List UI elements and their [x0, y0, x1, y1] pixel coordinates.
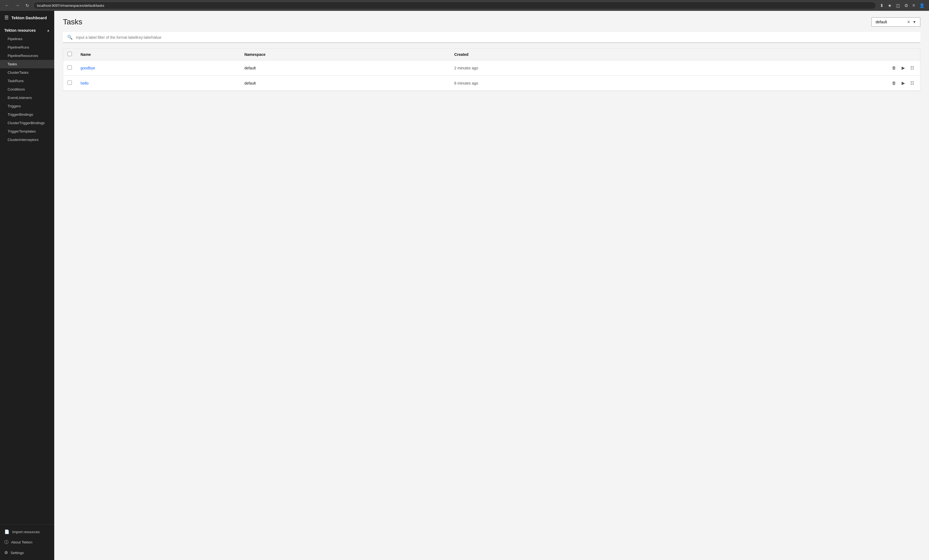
app-container: ☰ Tekton Dashboard Tekton resources ▲ Pi…	[0, 11, 929, 560]
namespace-value: default	[875, 20, 887, 24]
sidebar-item-eventlisteners[interactable]: EventListeners	[0, 93, 54, 102]
sidebar-item-clustertriggerbindings[interactable]: ClusterTriggerBindings	[0, 119, 54, 127]
yaml-button[interactable]: ☷	[909, 80, 916, 87]
sidebar: ☰ Tekton Dashboard Tekton resources ▲ Pi…	[0, 11, 54, 560]
star-icon[interactable]: ★	[887, 2, 893, 9]
info-icon: ⓘ	[5, 540, 8, 545]
extensions-icon[interactable]: ◫	[895, 2, 901, 9]
namespace-actions: ✕ ▼	[907, 20, 916, 24]
back-button[interactable]: ←	[3, 2, 11, 9]
search-input[interactable]	[76, 35, 916, 40]
task-link[interactable]: goodbye	[81, 66, 95, 70]
row-name: hello	[76, 76, 240, 91]
row-namespace: default	[240, 76, 450, 91]
page-header: Tasks default ✕ ▼	[54, 11, 929, 32]
row-checkbox-cell	[63, 76, 76, 91]
sidebar-item-pipelineruns[interactable]: PipelineRuns	[0, 43, 54, 52]
row-actions-cell: 🗑 ▶ ☷	[679, 60, 920, 76]
about-tekton-item[interactable]: ⓘ About Tekton	[0, 537, 54, 548]
select-all-checkbox[interactable]	[67, 52, 72, 56]
namespace-clear-icon[interactable]: ✕	[907, 20, 910, 24]
row-checkbox[interactable]	[67, 81, 72, 85]
run-button[interactable]: ▶	[900, 80, 906, 87]
row-actions: 🗑 ▶ ☷	[684, 80, 916, 87]
yaml-button[interactable]: ☷	[909, 64, 916, 72]
profile-icon[interactable]: 👤	[918, 2, 926, 9]
url-bar[interactable]: localhost:9097/#/namespaces/default/task…	[33, 2, 876, 9]
table-row: hello default 6 minutes ago 🗑 ▶ ☷	[63, 76, 920, 91]
table-header-row: Name Namespace Created	[63, 49, 920, 60]
page-title: Tasks	[63, 18, 83, 26]
delete-button[interactable]: 🗑	[890, 64, 898, 72]
sidebar-item-clustertasks[interactable]: ClusterTasks	[0, 68, 54, 77]
sidebar-item-pipelineresources[interactable]: PipelineResources	[0, 52, 54, 60]
section-label: Tekton resources	[5, 28, 36, 32]
delete-button[interactable]: 🗑	[890, 80, 898, 87]
row-created: 2 minutes ago	[450, 60, 679, 76]
url-text: localhost:9097/#/namespaces/default/task…	[37, 3, 104, 8]
row-name: goodbye	[76, 60, 240, 76]
row-checkbox-cell	[63, 60, 76, 76]
sidebar-bottom: 📄 Import resources ⓘ About Tekton ⚙ Sett…	[0, 524, 54, 560]
search-bar: 🔍	[63, 32, 920, 43]
sidebar-title: Tekton Dashboard	[11, 15, 47, 20]
import-icon: 📄	[5, 529, 9, 534]
sidebar-item-taskruns[interactable]: TaskRuns	[0, 77, 54, 85]
namespace-selector[interactable]: default ✕ ▼	[872, 17, 920, 26]
sidebar-item-conditions[interactable]: Conditions	[0, 85, 54, 93]
sidebar-item-triggertemplates[interactable]: TriggerTemplates	[0, 127, 54, 136]
row-created: 6 minutes ago	[450, 76, 679, 91]
share-icon[interactable]: ⬍	[879, 2, 885, 9]
col-actions	[679, 49, 920, 60]
row-actions: 🗑 ▶ ☷	[684, 64, 916, 72]
sidebar-item-clusterinterceptors[interactable]: ClusterInterceptors	[0, 136, 54, 144]
sidebar-item-pipelines[interactable]: Pipelines	[0, 35, 54, 43]
sidebar-section-header[interactable]: Tekton resources ▲	[0, 26, 54, 35]
hamburger-icon[interactable]: ☰	[5, 15, 9, 21]
row-actions-cell: 🗑 ▶ ☷	[679, 76, 920, 91]
tasks-table: Name Namespace Created goodbye default 2…	[63, 48, 920, 91]
settings-icon: ⚙	[5, 550, 8, 555]
settings-item[interactable]: ⚙ Settings	[0, 548, 54, 558]
menu-icon[interactable]: ≡	[911, 2, 916, 9]
sidebar-item-tasks[interactable]: Tasks	[0, 60, 54, 68]
browser-actions: ⬍ ★ ◫ ⚙ ≡ 👤	[879, 2, 926, 9]
namespace-chevron-icon[interactable]: ▼	[912, 20, 916, 24]
row-namespace: default	[240, 60, 450, 76]
search-icon: 🔍	[67, 35, 73, 40]
row-checkbox[interactable]	[67, 65, 72, 70]
sidebar-item-triggerbindings[interactable]: TriggerBindings	[0, 110, 54, 119]
sidebar-resources-section: Tekton resources ▲ Pipelines PipelineRun…	[0, 24, 54, 145]
sidebar-header: ☰ Tekton Dashboard	[0, 11, 54, 24]
puzzle-icon[interactable]: ⚙	[903, 2, 909, 9]
table-row: goodbye default 2 minutes ago 🗑 ▶ ☷	[63, 60, 920, 76]
col-name: Name	[76, 49, 240, 60]
task-link[interactable]: hello	[81, 81, 89, 86]
col-created: Created	[450, 49, 679, 60]
select-all-header	[63, 49, 76, 60]
import-resources-item[interactable]: 📄 Import resources	[0, 527, 54, 537]
chevron-up-icon: ▲	[47, 29, 50, 32]
run-button[interactable]: ▶	[900, 64, 906, 72]
main-content: Tasks default ✕ ▼ 🔍	[54, 11, 929, 560]
forward-button[interactable]: →	[14, 2, 21, 9]
sidebar-item-triggers[interactable]: Triggers	[0, 102, 54, 110]
browser-bar: ← → ↻ localhost:9097/#/namespaces/defaul…	[0, 0, 929, 11]
col-namespace: Namespace	[240, 49, 450, 60]
search-bar-container: 🔍	[54, 32, 929, 48]
reload-button[interactable]: ↻	[24, 2, 31, 9]
